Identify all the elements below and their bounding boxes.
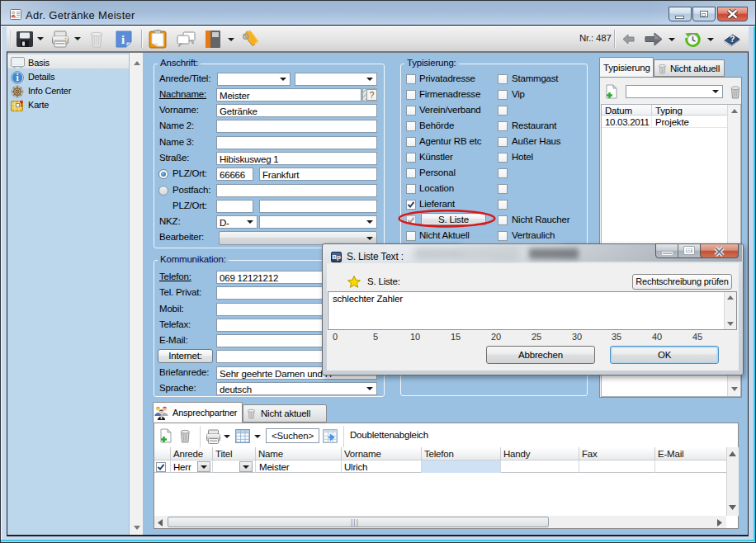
svg-text:i: i xyxy=(121,33,125,46)
svg-text:?: ? xyxy=(730,35,735,44)
